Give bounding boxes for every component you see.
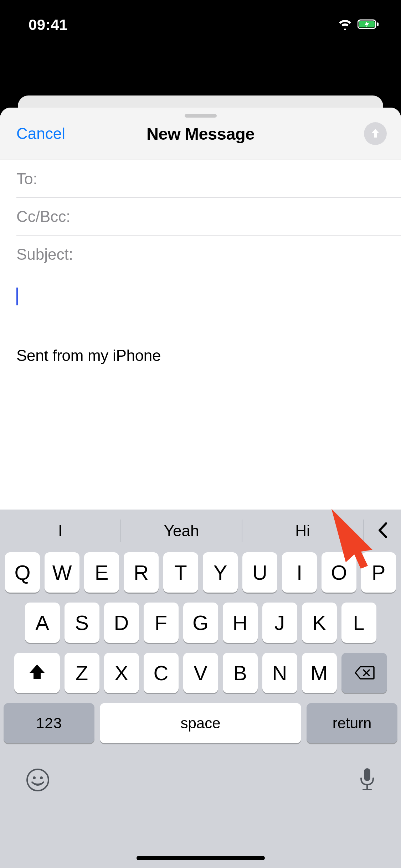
svg-rect-2 [377,22,379,26]
ccbcc-field[interactable]: Cc/Bcc: [0,198,401,236]
sheet-title: New Message [146,124,255,144]
key-row-1: Q W E R T Y U I O P [4,552,397,593]
status-bar: 09:41 [0,0,401,50]
key-u[interactable]: U [242,552,277,593]
svg-rect-6 [364,768,370,781]
key-k[interactable]: K [302,603,337,643]
ccbcc-label: Cc/Bcc: [16,208,71,226]
key-return[interactable]: return [307,703,397,743]
key-v[interactable]: V [183,653,218,693]
svg-point-4 [33,776,36,779]
key-f[interactable]: F [144,603,179,643]
sheet-header: Cancel New Message [0,108,401,160]
shift-icon [28,661,46,685]
subject-label: Subject: [16,246,73,263]
key-b[interactable]: B [223,653,258,693]
keyboard-bottom-row [0,760,401,795]
prediction-collapse-button[interactable] [364,522,401,540]
key-numeric[interactable]: 123 [4,703,94,743]
chevron-left-icon [377,522,388,540]
key-x[interactable]: X [104,653,139,693]
key-space[interactable]: space [100,703,301,743]
key-j[interactable]: J [262,603,297,643]
key-shift[interactable] [14,653,60,693]
battery-charging-icon [358,19,380,31]
key-z[interactable]: Z [65,653,99,693]
key-s[interactable]: S [65,603,99,643]
key-t[interactable]: T [163,552,198,593]
key-g[interactable]: G [183,603,218,643]
status-time: 09:41 [29,16,68,33]
key-h[interactable]: H [223,603,258,643]
prediction-bar: I Yeah Hi [0,510,401,552]
svg-point-3 [27,769,48,791]
home-indicator[interactable] [137,856,265,860]
to-label: To: [16,170,37,188]
key-q[interactable]: Q [5,552,40,593]
arrow-up-icon [369,127,381,140]
key-m[interactable]: M [302,653,337,693]
key-n[interactable]: N [262,653,297,693]
status-icons-group [338,19,380,31]
key-row-3: Z X C V B N M [4,653,397,693]
subject-field[interactable]: Subject: [0,236,401,273]
prediction-3[interactable]: Hi [242,522,363,540]
emoji-button[interactable] [25,767,51,794]
keyboard: I Yeah Hi Q W E R T Y U I O P A S D F [0,510,401,868]
key-p[interactable]: P [361,552,396,593]
key-l[interactable]: L [341,603,376,643]
sheet-grabber[interactable] [185,114,217,118]
signature-text: Sent from my iPhone [16,347,385,365]
text-cursor [16,288,18,305]
key-e[interactable]: E [84,552,119,593]
svg-point-5 [40,776,43,779]
prediction-2[interactable]: Yeah [121,522,242,540]
key-row-4: 123 space return [4,703,397,743]
wifi-icon [338,19,353,31]
key-r[interactable]: R [124,552,159,593]
key-c[interactable]: C [144,653,179,693]
prediction-1[interactable]: I [0,522,120,540]
key-d[interactable]: D [104,603,139,643]
key-a[interactable]: A [25,603,60,643]
to-field[interactable]: To: [0,160,401,198]
key-rows: Q W E R T Y U I O P A S D F G H J K L [0,552,401,760]
key-w[interactable]: W [45,552,79,593]
fields-area: To: Cc/Bcc: Subject: [0,160,401,273]
cancel-button[interactable]: Cancel [16,125,65,143]
key-y[interactable]: Y [203,552,238,593]
key-backspace[interactable] [341,653,387,693]
backspace-icon [354,661,375,685]
key-row-2: A S D F G H J K L [4,603,397,643]
key-i[interactable]: I [282,552,317,593]
send-button[interactable] [364,122,387,145]
key-o[interactable]: O [322,552,356,593]
dictation-button[interactable] [358,767,376,795]
